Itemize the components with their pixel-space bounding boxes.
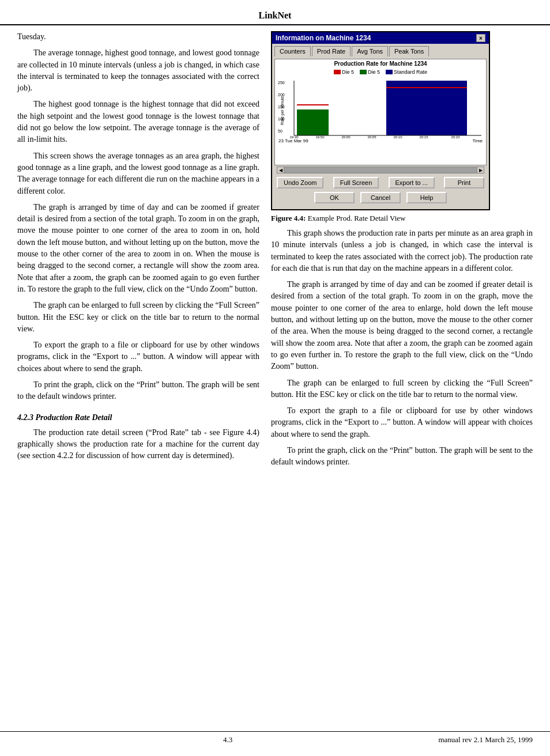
svg-text:20:15: 20:15 bbox=[419, 135, 428, 138]
dialog-close-button[interactable]: × bbox=[476, 34, 485, 42]
section-para-1: The production rate detail screen (“Prod… bbox=[17, 427, 259, 462]
cancel-button[interactable]: Cancel bbox=[360, 192, 401, 203]
figure-caption: Figure 4.4: Example Prod. Rate Detail Vi… bbox=[271, 214, 533, 223]
legend-item-2: Die 5 bbox=[360, 69, 380, 75]
dialog-title: Information on Machine 1234 bbox=[276, 34, 371, 42]
svg-text:250: 250 bbox=[278, 81, 285, 85]
figure-text: Example Prod. Rate Detail View bbox=[308, 214, 406, 222]
ok-button[interactable]: OK bbox=[314, 192, 355, 203]
scroll-left-arrow[interactable]: ◀ bbox=[277, 167, 284, 173]
undo-zoom-button[interactable]: Undo Zoom bbox=[277, 177, 323, 188]
left-para-6: The graph can be enlarged to full screen… bbox=[17, 300, 259, 335]
dialog-btn-row-1: Undo Zoom Full Screen Export to ... Prin… bbox=[274, 175, 487, 191]
chart-svg: 250 200 150 100 50 Rate per Minute bbox=[275, 76, 486, 138]
help-button[interactable]: Help bbox=[406, 192, 447, 203]
right-para-1: This graph shows the production rate in … bbox=[271, 228, 533, 274]
page-footer: 4.3 manual rev 2.1 March 25, 1999 bbox=[0, 731, 550, 744]
left-para-7: To export the graph to a file or clipboa… bbox=[17, 339, 259, 375]
footer-right: manual rev 2.1 March 25, 1999 bbox=[438, 735, 533, 744]
right-para-4: To export the graph to a file or clipboa… bbox=[271, 405, 533, 440]
svg-rect-8 bbox=[386, 81, 467, 135]
chart-scrollbar[interactable]: ◀ ▶ bbox=[277, 167, 484, 173]
left-para-5: The graph is arranged by time of day and… bbox=[17, 202, 259, 295]
export-button[interactable]: Export to ... bbox=[389, 177, 435, 188]
svg-text:200: 200 bbox=[278, 93, 285, 97]
left-para-8: To print the graph, click on the “Print”… bbox=[17, 379, 259, 403]
content-area: Tuesday. The average tonnage, highest go… bbox=[0, 31, 550, 473]
footer-center: 4.3 bbox=[223, 735, 232, 744]
dialog-body: Production Rate for Machine 1234 Die 5 D… bbox=[272, 56, 489, 209]
tab-prod-rate[interactable]: Prod Rate bbox=[312, 46, 351, 56]
page: LinkNet Tuesday. The average tonnage, hi… bbox=[0, 0, 550, 756]
scrollbar-track[interactable] bbox=[284, 167, 477, 173]
scroll-right-arrow[interactable]: ▶ bbox=[477, 167, 484, 173]
svg-text:19:50: 19:50 bbox=[315, 135, 325, 138]
right-para-5: To print the graph, click on the “Print”… bbox=[271, 445, 533, 468]
dialog-btn-row-2: OK Cancel Help bbox=[274, 191, 487, 207]
left-para-1: Tuesday. bbox=[17, 31, 259, 43]
legend-label-2: Die 5 bbox=[368, 69, 380, 75]
legend-label-1: Die 5 bbox=[342, 69, 354, 75]
left-column: Tuesday. The average tonnage, highest go… bbox=[17, 31, 259, 473]
svg-text:20:20: 20:20 bbox=[451, 135, 460, 138]
full-screen-button[interactable]: Full Screen bbox=[333, 177, 379, 188]
legend-color-2 bbox=[360, 70, 367, 74]
dialog-tabs: Counters Prod Rate Avg Tons Peak Tons bbox=[272, 44, 489, 56]
tab-counters[interactable]: Counters bbox=[274, 46, 311, 56]
legend-color-1 bbox=[334, 70, 341, 74]
dialog-window: Information on Machine 1234 × Counters P… bbox=[271, 31, 490, 210]
svg-text:20:10: 20:10 bbox=[393, 135, 402, 138]
svg-text:50: 50 bbox=[278, 129, 282, 133]
legend-item-1: Die 5 bbox=[334, 69, 354, 75]
print-button[interactable]: Print bbox=[444, 177, 484, 188]
figure-label: Figure 4.4: bbox=[271, 214, 306, 222]
legend-label-3: Standard Rate bbox=[394, 69, 427, 75]
svg-text:20:00: 20:00 bbox=[341, 135, 351, 138]
section-heading: 4.2.3 Production Rate Detail bbox=[17, 413, 259, 422]
right-para-2: The graph is arranged by time of day and… bbox=[271, 279, 533, 372]
chart-date: 23 Tue Mar 99 bbox=[278, 138, 308, 143]
right-para-3: The graph can be enlarged to full screen… bbox=[271, 377, 533, 401]
svg-text:20:05: 20:05 bbox=[367, 135, 376, 138]
legend-color-3 bbox=[386, 70, 393, 74]
left-para-4: This screen shows the average tonnages a… bbox=[17, 150, 259, 197]
dialog-titlebar: Information on Machine 1234 × bbox=[272, 32, 489, 44]
chart-legend: Die 5 Die 5 Standard Rate bbox=[275, 68, 486, 76]
left-para-2: The average tonnage, highest good tonnag… bbox=[17, 47, 259, 94]
chart-title: Production Rate for Machine 1234 bbox=[275, 59, 486, 68]
chart-x-title: Time bbox=[473, 138, 483, 143]
left-para-3: The highest good tonnage is the highest … bbox=[17, 99, 259, 145]
legend-item-3: Standard Rate bbox=[386, 69, 427, 75]
page-title: LinkNet bbox=[0, 0, 550, 25]
right-column: Information on Machine 1234 × Counters P… bbox=[271, 31, 533, 473]
chart-area: Production Rate for Machine 1234 Die 5 D… bbox=[274, 59, 487, 165]
tab-avg-tons[interactable]: Avg Tons bbox=[352, 46, 388, 56]
tab-peak-tons[interactable]: Peak Tons bbox=[389, 46, 429, 56]
svg-rect-6 bbox=[297, 109, 329, 135]
svg-text:Rate per Minute: Rate per Minute bbox=[280, 96, 285, 125]
